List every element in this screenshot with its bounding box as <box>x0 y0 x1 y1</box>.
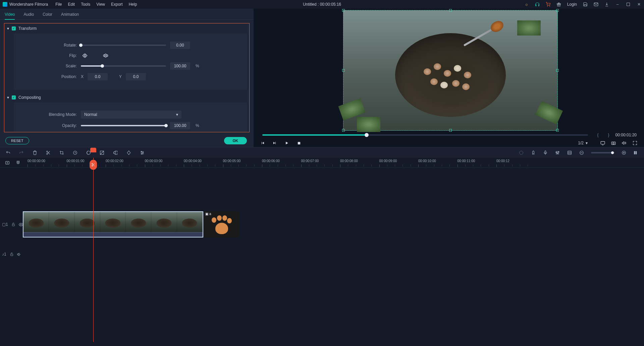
zoom-fit-icon[interactable] <box>633 150 639 155</box>
resize-handle[interactable] <box>449 129 452 132</box>
marker-icon[interactable] <box>531 150 536 155</box>
svg-point-49 <box>92 165 93 166</box>
opacity-value-input[interactable] <box>170 122 190 129</box>
undo-icon[interactable] <box>5 150 11 155</box>
tab-audio[interactable]: Audio <box>23 12 34 17</box>
delete-icon[interactable] <box>32 150 38 155</box>
menu-view[interactable]: View <box>96 2 105 7</box>
zoom-in-icon[interactable] <box>621 150 627 155</box>
resize-handle[interactable] <box>342 129 345 132</box>
fullscreen-icon[interactable] <box>633 141 637 145</box>
menu-export[interactable]: Export <box>111 2 123 7</box>
tab-color[interactable]: Color <box>43 12 52 17</box>
svg-rect-6 <box>627 3 630 6</box>
preview-zoom-select[interactable]: 1/2 ▾ <box>578 141 588 145</box>
scale-value-input[interactable] <box>170 62 190 70</box>
ruler-tick: 00:00:05:00 <box>223 159 241 163</box>
close-icon[interactable]: ✕ <box>637 2 641 7</box>
menu-file[interactable]: File <box>55 2 62 7</box>
display-icon[interactable] <box>600 141 605 145</box>
svg-rect-43 <box>634 151 635 154</box>
play-icon[interactable] <box>284 141 289 145</box>
position-x-input[interactable] <box>88 73 108 80</box>
mixer-icon[interactable] <box>555 150 560 155</box>
adjust-icon[interactable] <box>140 150 145 155</box>
eye-icon[interactable] <box>19 222 23 227</box>
volume-icon[interactable] <box>622 141 627 145</box>
login-link[interactable]: Login <box>567 2 577 7</box>
svg-point-24 <box>141 151 142 152</box>
resize-handle[interactable] <box>342 69 345 72</box>
tab-video[interactable]: Video <box>5 12 15 20</box>
resize-handle[interactable] <box>556 9 559 12</box>
menu-edit[interactable]: Edit <box>68 2 75 7</box>
redo-icon[interactable] <box>19 150 24 155</box>
lock-icon[interactable] <box>11 222 15 226</box>
timeline-zoom-slider[interactable] <box>591 152 614 153</box>
section-transform-header[interactable]: ▾ ✓ Transform <box>6 24 247 33</box>
resize-handle[interactable] <box>556 69 559 72</box>
svg-marker-55 <box>17 253 19 256</box>
transform-checkbox[interactable]: ✓ <box>12 26 16 30</box>
lock-icon[interactable] <box>10 252 14 256</box>
cart-icon[interactable] <box>546 2 550 7</box>
split-icon[interactable] <box>46 150 51 155</box>
render-icon[interactable] <box>519 150 524 155</box>
lightbulb-icon[interactable]: ☼ <box>524 2 529 7</box>
blend-mode-value: Normal <box>84 112 97 117</box>
position-y-input[interactable] <box>126 73 146 80</box>
rotate-value-input[interactable] <box>170 42 190 49</box>
crop-icon[interactable] <box>59 150 64 155</box>
video-track-head: ▢1 <box>0 222 23 227</box>
stop-icon[interactable] <box>297 141 301 145</box>
brace-left-icon[interactable]: { <box>594 133 602 137</box>
compositing-checkbox[interactable]: ✓ <box>12 95 16 99</box>
seek-bar[interactable] <box>262 134 588 136</box>
opacity-slider[interactable] <box>81 125 166 126</box>
keyframe-icon[interactable] <box>126 150 131 155</box>
blend-mode-select[interactable]: Normal ▾ <box>81 111 181 119</box>
gift-icon[interactable] <box>556 2 561 7</box>
mic-icon[interactable] <box>543 150 548 155</box>
detach-audio-icon[interactable] <box>113 150 118 155</box>
image-clip[interactable]: ▣a <box>204 211 239 237</box>
mute-icon[interactable] <box>17 252 21 257</box>
preview-canvas[interactable] <box>343 10 558 131</box>
minimize-icon[interactable]: – <box>615 2 620 7</box>
ok-button[interactable]: OK <box>224 137 247 144</box>
flip-label: Flip: <box>20 53 77 58</box>
video-clip[interactable]: ▸Plating Food <box>23 211 203 237</box>
green-screen-icon[interactable] <box>99 150 105 155</box>
speed-icon[interactable] <box>72 150 78 155</box>
mail-icon[interactable] <box>594 2 598 7</box>
next-frame-icon[interactable] <box>272 141 277 145</box>
flip-vertical-icon[interactable] <box>102 52 110 59</box>
flip-horizontal-icon[interactable] <box>81 52 89 59</box>
timeline-ruler[interactable]: 00:00:00:0000:00:01:0000:00:02:0000:00:0… <box>28 158 644 167</box>
menu-help[interactable]: Help <box>129 2 137 7</box>
menu-tools[interactable]: Tools <box>81 2 90 7</box>
maximize-icon[interactable] <box>626 2 631 7</box>
zoom-out-icon[interactable] <box>579 150 584 155</box>
add-media-icon[interactable] <box>5 160 10 165</box>
magnet-icon[interactable] <box>15 160 21 165</box>
section-compositing-header[interactable]: ▾ ✓ Compositing <box>6 93 247 102</box>
prev-frame-icon[interactable] <box>260 141 265 145</box>
snapshot-icon[interactable] <box>611 141 616 145</box>
tab-animation[interactable]: Animation <box>61 12 79 17</box>
position-label: Position: <box>20 74 77 79</box>
brace-right-icon[interactable]: } <box>605 133 613 137</box>
reset-button[interactable]: RESET <box>5 137 29 144</box>
resize-handle[interactable] <box>556 129 559 132</box>
scale-slider[interactable] <box>81 65 166 67</box>
manage-tracks-icon[interactable] <box>567 150 572 155</box>
app-name: Wondershare Filmora <box>9 2 48 7</box>
resize-handle[interactable] <box>449 9 452 12</box>
resize-handle[interactable] <box>342 9 345 12</box>
headphones-icon[interactable] <box>535 2 540 7</box>
rotate-slider[interactable] <box>81 45 166 46</box>
scissor-icon[interactable] <box>90 160 97 170</box>
save-icon[interactable] <box>583 2 588 7</box>
download-icon[interactable] <box>604 2 609 7</box>
playhead[interactable] <box>93 158 94 342</box>
